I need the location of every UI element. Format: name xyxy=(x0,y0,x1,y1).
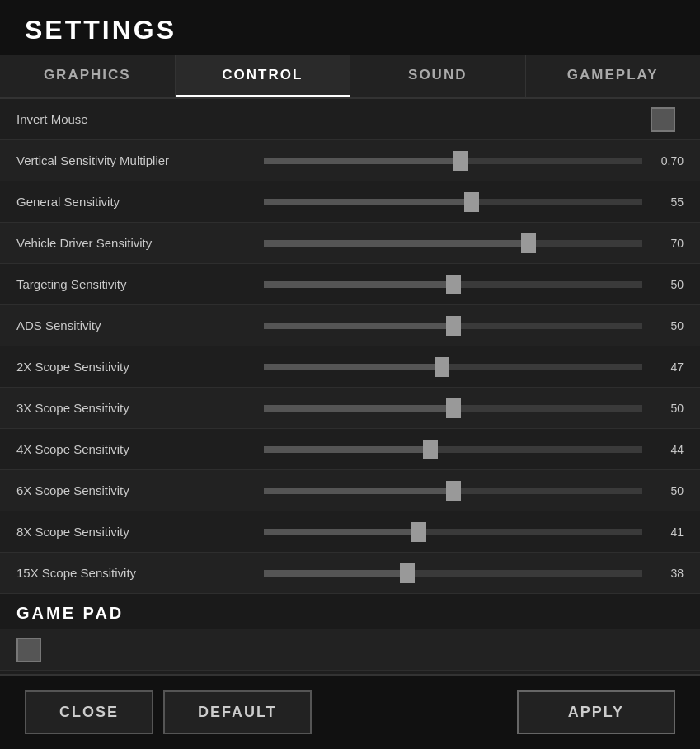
slider-fill-15x-scope xyxy=(264,570,407,577)
label-invert-mouse: Invert Mouse xyxy=(16,112,264,126)
value-vertical-sensitivity: 0.70 xyxy=(651,154,684,167)
slider-container-4x-scope: 44 xyxy=(264,443,684,456)
slider-track-3x-scope[interactable] xyxy=(264,405,642,412)
value-15x-scope: 38 xyxy=(651,567,684,580)
slider-fill-2x-scope xyxy=(264,364,442,370)
slider-fill-8x-scope xyxy=(264,529,419,535)
tab-bar: GRAPHICS CONTROL SOUND GAMEPLAY xyxy=(0,55,700,99)
label-vehicle-sensitivity: Vehicle Driver Sensitivity xyxy=(16,236,264,250)
slider-container-3x-scope: 50 xyxy=(264,402,684,415)
value-2x-scope: 47 xyxy=(651,360,684,374)
value-4x-scope: 44 xyxy=(651,443,684,456)
apply-button[interactable]: APPLY xyxy=(517,690,675,734)
row-3x-scope: 3X Scope Sensitivity 50 xyxy=(0,388,700,429)
label-6x-scope: 6X Scope Sensitivity xyxy=(16,483,264,497)
default-button[interactable]: DEFAULT xyxy=(163,690,312,734)
slider-fill-4x-scope xyxy=(264,446,430,453)
slider-thumb-vertical-sensitivity[interactable] xyxy=(453,151,468,171)
slider-fill-vertical-sensitivity xyxy=(264,158,461,164)
label-3x-scope: 3X Scope Sensitivity xyxy=(16,401,264,415)
slider-container-8x-scope: 41 xyxy=(264,525,684,539)
slider-track-4x-scope[interactable] xyxy=(264,446,642,453)
slider-track-2x-scope[interactable] xyxy=(264,364,642,370)
row-15x-scope: 15X Scope Sensitivity 38 xyxy=(0,553,700,594)
slider-track-ads-sensitivity[interactable] xyxy=(264,323,642,329)
value-general-sensitivity: 55 xyxy=(651,195,684,209)
row-6x-scope: 6X Scope Sensitivity 50 xyxy=(0,470,700,511)
slider-thumb-4x-scope[interactable] xyxy=(423,440,438,459)
slider-thumb-15x-scope[interactable] xyxy=(400,563,415,583)
slider-fill-6x-scope xyxy=(264,488,453,494)
slider-thumb-ads-sensitivity[interactable] xyxy=(446,316,461,336)
slider-thumb-8x-scope[interactable] xyxy=(411,522,426,542)
settings-header: SETTINGS xyxy=(0,0,700,55)
value-vehicle-sensitivity: 70 xyxy=(651,237,684,250)
tab-gameplay[interactable]: GAMEPLAY xyxy=(526,55,701,97)
gamepad-placeholder-content xyxy=(16,638,684,662)
row-vehicle-sensitivity: Vehicle Driver Sensitivity 70 xyxy=(0,223,700,264)
label-general-sensitivity: General Sensitivity xyxy=(16,195,264,209)
tab-sound[interactable]: SOUND xyxy=(350,55,526,97)
value-ads-sensitivity: 50 xyxy=(651,319,684,332)
slider-track-targeting-sensitivity[interactable] xyxy=(264,281,642,288)
value-3x-scope: 50 xyxy=(651,402,684,415)
value-targeting-sensitivity: 50 xyxy=(651,278,684,291)
label-vertical-sensitivity: Vertical Sensitivity Multiplier xyxy=(16,153,264,167)
slider-container-15x-scope: 38 xyxy=(264,567,684,580)
label-targeting-sensitivity: Targeting Sensitivity xyxy=(16,277,264,291)
label-ads-sensitivity: ADS Sensitivity xyxy=(16,318,264,332)
slider-container-targeting-sensitivity: 50 xyxy=(264,278,684,291)
slider-track-15x-scope[interactable] xyxy=(264,570,642,577)
slider-fill-ads-sensitivity xyxy=(264,323,453,329)
close-button[interactable]: CLOSE xyxy=(25,690,153,734)
row-ads-sensitivity: ADS Sensitivity 50 xyxy=(0,305,700,346)
slider-thumb-6x-scope[interactable] xyxy=(446,481,461,501)
slider-track-vehicle-sensitivity[interactable] xyxy=(264,240,642,247)
value-8x-scope: 41 xyxy=(651,525,684,539)
slider-thumb-3x-scope[interactable] xyxy=(446,398,461,418)
slider-container-general-sensitivity: 55 xyxy=(264,195,684,209)
row-4x-scope: 4X Scope Sensitivity 44 xyxy=(0,429,700,470)
slider-container-6x-scope: 50 xyxy=(264,484,684,497)
page-title: SETTINGS xyxy=(25,15,675,45)
tab-graphics[interactable]: GRAPHICS xyxy=(0,55,176,97)
label-4x-scope: 4X Scope Sensitivity xyxy=(16,442,264,456)
slider-thumb-general-sensitivity[interactable] xyxy=(464,192,479,212)
row-general-sensitivity: General Sensitivity 55 xyxy=(0,181,700,223)
slider-track-6x-scope[interactable] xyxy=(264,488,642,494)
slider-thumb-vehicle-sensitivity[interactable] xyxy=(521,233,536,253)
slider-container-2x-scope: 47 xyxy=(264,360,684,374)
slider-container-vehicle-sensitivity: 70 xyxy=(264,237,684,250)
label-15x-scope: 15X Scope Sensitivity xyxy=(16,566,264,580)
section-gamepad: GAME PAD xyxy=(0,594,700,629)
checkbox-container-invert-mouse xyxy=(264,107,684,132)
gamepad-checkbox[interactable] xyxy=(16,638,41,662)
slider-container-vertical-sensitivity: 0.70 xyxy=(264,154,684,167)
row-8x-scope: 8X Scope Sensitivity 41 xyxy=(0,511,700,553)
label-2x-scope: 2X Scope Sensitivity xyxy=(16,360,264,374)
slider-track-8x-scope[interactable] xyxy=(264,529,642,535)
value-6x-scope: 50 xyxy=(651,484,684,497)
footer: CLOSE DEFAULT APPLY xyxy=(0,674,700,749)
row-vertical-sensitivity: Vertical Sensitivity Multiplier 0.70 xyxy=(0,140,700,181)
row-gamepad-placeholder xyxy=(0,629,700,671)
checkbox-invert-mouse[interactable] xyxy=(651,107,675,132)
slider-track-vertical-sensitivity[interactable] xyxy=(264,158,642,164)
settings-content: Invert Mouse Vertical Sensitivity Multip… xyxy=(0,99,700,674)
slider-track-general-sensitivity[interactable] xyxy=(264,199,642,205)
slider-fill-vehicle-sensitivity xyxy=(264,240,529,247)
slider-fill-3x-scope xyxy=(264,405,453,412)
slider-container-ads-sensitivity: 50 xyxy=(264,319,684,332)
tab-control[interactable]: CONTROL xyxy=(176,55,351,97)
label-8x-scope: 8X Scope Sensitivity xyxy=(16,525,264,539)
slider-fill-general-sensitivity xyxy=(264,199,472,205)
row-invert-mouse: Invert Mouse xyxy=(0,99,700,140)
row-2x-scope: 2X Scope Sensitivity 47 xyxy=(0,346,700,388)
slider-thumb-targeting-sensitivity[interactable] xyxy=(446,275,461,294)
slider-thumb-2x-scope[interactable] xyxy=(435,357,449,377)
slider-fill-targeting-sensitivity xyxy=(264,281,453,288)
row-targeting-sensitivity: Targeting Sensitivity 50 xyxy=(0,264,700,305)
